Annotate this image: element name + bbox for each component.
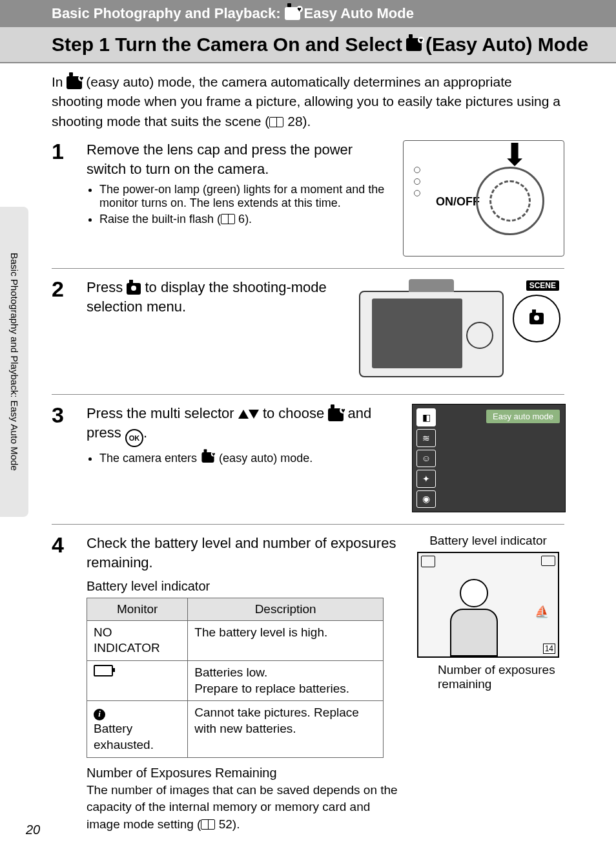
subject-person-icon — [448, 579, 500, 656]
step-heading: Remove the lens cap and press the power … — [87, 140, 391, 178]
menu-highlight-label: Easy auto mode — [486, 410, 560, 423]
ok-button-icon: OK — [125, 429, 143, 447]
step-heading: Check the battery level and number of ex… — [87, 534, 400, 572]
cell-battery-low-icon — [87, 661, 188, 701]
header-prefix: Basic Photography and Playback: — [52, 5, 281, 22]
warning-info-icon: i — [94, 709, 105, 720]
table-title: Battery level indicator — [87, 579, 400, 594]
battery-indicator-table: Monitor Description NO INDICATOR The bat… — [87, 598, 384, 758]
page-ref-icon — [201, 819, 215, 830]
mode-indicator-icon — [421, 556, 435, 567]
cell-desc-exhausted: Cannot take pictures. Replace with new b… — [188, 701, 384, 757]
header-suffix: Easy Auto Mode — [304, 5, 414, 22]
cell-desc-high: The battery level is high. — [188, 620, 384, 660]
step-number: 1 — [52, 140, 75, 257]
battery-indicator-icon — [541, 556, 555, 566]
table-row: NO INDICATOR The battery level is high. — [87, 620, 384, 660]
step-1: 1 Remove the lens cap and press the powe… — [52, 131, 564, 268]
step-heading: Press to display the shooting-mode selec… — [87, 278, 340, 316]
cell-battery-exhausted: i Battery exhausted. — [87, 701, 188, 757]
menu-item-easy-auto: ◧ — [416, 408, 436, 426]
table-row: i Battery exhausted. Cannot take picture… — [87, 701, 384, 757]
camera-heart-icon — [328, 408, 344, 421]
illustration-mode-menu: ◧ ≋ ☺ ✦ ◉ Easy auto mode — [412, 404, 566, 512]
mode-button-callout — [513, 295, 560, 342]
table-row: Batteries low. Prepare to replace batter… — [87, 661, 384, 701]
title-part1: Step 1 Turn the Camera On and Select — [52, 34, 402, 56]
step-number: 3 — [52, 404, 75, 512]
menu-item-smart-portrait: ☺ — [416, 450, 436, 468]
step1-bullet1: The power-on lamp (green) lights for a m… — [99, 183, 391, 210]
table-header-monitor: Monitor — [87, 598, 188, 620]
power-dial-icon — [476, 167, 544, 235]
step-heading: Press the multi selector to choose and p… — [87, 404, 400, 447]
camera-heart-icon — [285, 7, 300, 20]
caption-exposures-remaining: Number of exposures remaining — [412, 663, 564, 691]
title-part2: (Easy Auto) Mode — [426, 34, 588, 56]
up-arrow-icon — [238, 410, 249, 419]
onoff-label: ON/OFF — [436, 195, 480, 209]
table-header-description: Description — [188, 598, 384, 620]
down-arrow-icon: ⬇ — [502, 140, 528, 171]
step-4: 4 Check the battery level and number of … — [52, 524, 564, 844]
menu-item-sport: ✦ — [416, 470, 436, 488]
camera-button-icon — [529, 313, 544, 324]
scene-badge: SCENE — [526, 280, 559, 291]
exposures-count: 14 — [543, 644, 555, 654]
menu-item-scene: ≋ — [416, 429, 436, 447]
camera-heart-icon — [67, 76, 82, 89]
cell-no-indicator: NO INDICATOR — [87, 620, 188, 660]
camera-heart-icon — [406, 38, 422, 51]
side-tab: Basic Photography and Playback: Easy Aut… — [0, 207, 28, 517]
menu-item-auto: ◉ — [416, 490, 436, 508]
step-2: 2 Press to display the shooting-mode sel… — [52, 268, 564, 394]
intro-paragraph: In (easy auto) mode, the camera automati… — [0, 63, 616, 131]
step-number: 2 — [52, 278, 75, 383]
illustration-camera-back: SCENE — [351, 278, 564, 383]
exposures-subtext: The number of images that can be saved d… — [87, 782, 400, 833]
page-ref-icon — [221, 214, 235, 224]
illustration-monitor-display: ⛵ 14 — [417, 552, 559, 658]
sailboat-icon: ⛵ — [535, 605, 549, 619]
step3-bullet1: The camera enters (easy auto) mode. — [99, 451, 400, 465]
step-number: 4 — [52, 534, 75, 833]
section-header: Basic Photography and Playback: Easy Aut… — [0, 0, 616, 27]
step-3: 3 Press the multi selector to choose and… — [52, 394, 564, 524]
page-ref-icon — [269, 117, 283, 127]
camera-heart-icon — [201, 452, 214, 463]
down-arrow-icon — [249, 410, 259, 419]
cell-desc-low: Batteries low. Prepare to replace batter… — [188, 661, 384, 701]
camera-button-icon — [127, 283, 141, 295]
page-title: Step 1 Turn the Camera On and Select (Ea… — [0, 27, 616, 63]
exposures-subhead: Number of Exposures Remaining — [87, 766, 400, 781]
caption-battery-indicator: Battery level indicator — [412, 534, 564, 548]
page-number: 20 — [26, 823, 40, 837]
illustration-power-switch: ON/OFF ⬇ — [403, 140, 564, 257]
step1-bullet2: Raise the built-in flash ( 6). — [99, 213, 391, 226]
battery-low-icon — [94, 665, 113, 676]
